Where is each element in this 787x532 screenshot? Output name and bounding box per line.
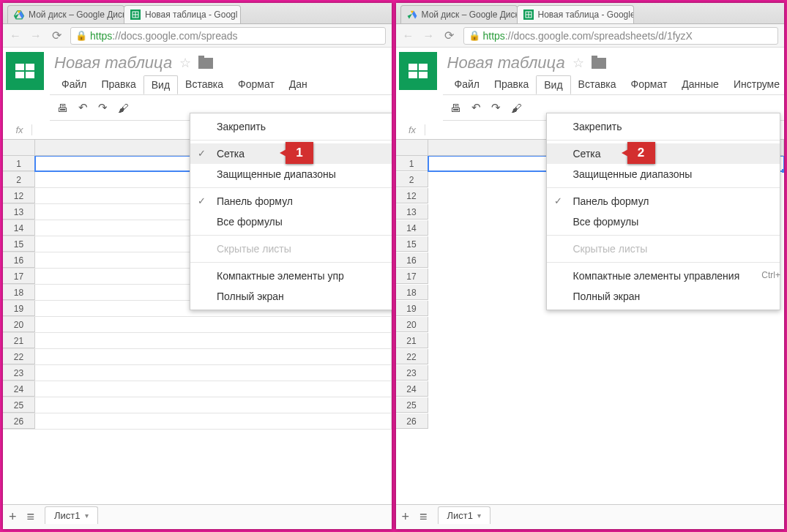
cell[interactable]: [35, 349, 392, 364]
browser-tab-drive[interactable]: Мой диск – Google Диск ×: [7, 5, 124, 23]
menu-item[interactable]: Закрепить: [190, 116, 392, 137]
menu-insert[interactable]: Вставка: [571, 75, 624, 94]
row-header[interactable]: 12: [396, 188, 428, 203]
row-header[interactable]: 20: [396, 317, 428, 332]
folder-icon[interactable]: [592, 58, 606, 69]
row-header[interactable]: 18: [3, 285, 35, 300]
menu-item[interactable]: Все формулы: [547, 211, 780, 232]
cell[interactable]: [35, 413, 392, 429]
cell[interactable]: [428, 397, 785, 413]
add-sheet-button[interactable]: +: [402, 509, 410, 525]
menu-item[interactable]: Компактные элементы управленияCtrl+: [547, 266, 780, 286]
sheets-logo[interactable]: [6, 52, 44, 90]
cell[interactable]: [428, 349, 785, 364]
row-header[interactable]: 25: [3, 397, 35, 413]
row-header[interactable]: 15: [396, 236, 428, 252]
menu-item[interactable]: Компактные элементы упр: [190, 266, 392, 286]
row-header[interactable]: 16: [396, 252, 428, 268]
cell[interactable]: [35, 365, 392, 381]
row-header[interactable]: 15: [3, 236, 35, 252]
all-sheets-button[interactable]: ≡: [27, 509, 35, 525]
row-header[interactable]: 23: [396, 365, 428, 381]
select-all-corner[interactable]: [396, 140, 428, 155]
redo-icon[interactable]: ↷: [98, 101, 108, 114]
row-header[interactable]: 17: [396, 269, 428, 284]
back-button[interactable]: ←: [9, 29, 22, 42]
row-header[interactable]: 22: [3, 349, 35, 364]
cell[interactable]: [428, 317, 785, 332]
cell[interactable]: [428, 333, 785, 348]
chevron-down-icon[interactable]: ▾: [85, 512, 89, 520]
row-header[interactable]: 18: [396, 285, 428, 300]
row-header[interactable]: 26: [3, 413, 35, 429]
row-header[interactable]: 13: [396, 204, 428, 220]
browser-tab-drive[interactable]: Мой диск – Google Диск ×: [400, 5, 518, 23]
address-bar[interactable]: 🔒 https://docs.google.com/spreads: [70, 27, 386, 45]
row-header[interactable]: 22: [396, 349, 428, 364]
row-header[interactable]: 24: [396, 381, 428, 397]
menu-edit[interactable]: Правка: [94, 75, 143, 94]
row-header[interactable]: 25: [396, 397, 428, 413]
chevron-down-icon[interactable]: ▾: [477, 512, 481, 520]
menu-tools[interactable]: Инструме: [726, 75, 784, 94]
row-header[interactable]: 24: [3, 381, 35, 397]
row-header[interactable]: 14: [3, 220, 35, 236]
row-header[interactable]: 1: [3, 156, 35, 171]
doc-title[interactable]: Новая таблица ☆: [447, 53, 785, 72]
select-all-corner[interactable]: [3, 140, 35, 155]
sheet-tab[interactable]: Лист1 ▾: [45, 506, 97, 524]
reload-button[interactable]: ⟳: [443, 29, 456, 42]
menu-format[interactable]: Формат: [231, 75, 282, 94]
sheet-tab[interactable]: Лист1 ▾: [438, 506, 491, 524]
row-header[interactable]: 21: [396, 333, 428, 348]
menu-item[interactable]: Все формулы: [190, 211, 392, 232]
row-header[interactable]: 21: [3, 333, 35, 348]
menu-item[interactable]: Защищенные диапазоны: [547, 164, 780, 184]
cell[interactable]: [35, 381, 392, 397]
undo-icon[interactable]: ↶: [78, 101, 88, 114]
menu-data[interactable]: Данные: [674, 75, 726, 94]
cell[interactable]: [428, 365, 785, 381]
menu-format[interactable]: Формат: [624, 75, 675, 94]
all-sheets-button[interactable]: ≡: [419, 509, 428, 525]
row-header[interactable]: 26: [396, 413, 428, 429]
address-bar[interactable]: 🔒 https://docs.google.com/spreadsheets/d…: [463, 27, 779, 45]
menu-item[interactable]: Сетка2: [547, 143, 780, 164]
menu-view[interactable]: Вид: [536, 75, 570, 94]
row-header[interactable]: 19: [396, 301, 428, 316]
print-icon[interactable]: 🖶: [57, 102, 68, 114]
print-icon[interactable]: 🖶: [450, 102, 461, 114]
paint-icon[interactable]: 🖌: [511, 102, 522, 114]
folder-icon[interactable]: [198, 58, 213, 69]
cell[interactable]: [35, 397, 392, 413]
row-header[interactable]: 1: [396, 156, 428, 171]
row-header[interactable]: 12: [3, 188, 35, 203]
menu-edit[interactable]: Правка: [487, 75, 536, 94]
cell[interactable]: [35, 333, 392, 348]
browser-tab-sheets[interactable]: Новая таблица - Google ×: [517, 5, 634, 23]
sheets-logo[interactable]: [399, 52, 437, 90]
menu-item[interactable]: ✓Панель формул: [547, 191, 780, 211]
row-header[interactable]: 23: [3, 365, 35, 381]
undo-icon[interactable]: ↶: [471, 101, 481, 114]
row-header[interactable]: 20: [3, 317, 35, 332]
menu-item[interactable]: ✓Панель формул: [190, 191, 392, 211]
forward-button[interactable]: →: [29, 29, 42, 42]
row-header[interactable]: 17: [3, 269, 35, 284]
redo-icon[interactable]: ↷: [491, 101, 501, 114]
menu-item[interactable]: Закрепить: [547, 116, 780, 137]
reload-button[interactable]: ⟳: [50, 29, 63, 42]
menu-item[interactable]: Защищенные диапазоны: [190, 164, 392, 184]
row-header[interactable]: 2: [3, 172, 35, 187]
back-button[interactable]: ←: [402, 29, 415, 42]
row-header[interactable]: 19: [3, 301, 35, 316]
menu-item[interactable]: Полный экран: [547, 286, 780, 307]
row-header[interactable]: 16: [3, 252, 35, 268]
paint-icon[interactable]: 🖌: [118, 102, 129, 114]
forward-button[interactable]: →: [422, 29, 436, 42]
browser-tab-sheets[interactable]: Новая таблица - Googl ×: [124, 5, 241, 23]
doc-title[interactable]: Новая таблица ☆: [54, 53, 392, 72]
menu-file[interactable]: Файл: [447, 75, 487, 94]
row-header[interactable]: 13: [3, 204, 35, 220]
add-sheet-button[interactable]: +: [9, 509, 17, 525]
